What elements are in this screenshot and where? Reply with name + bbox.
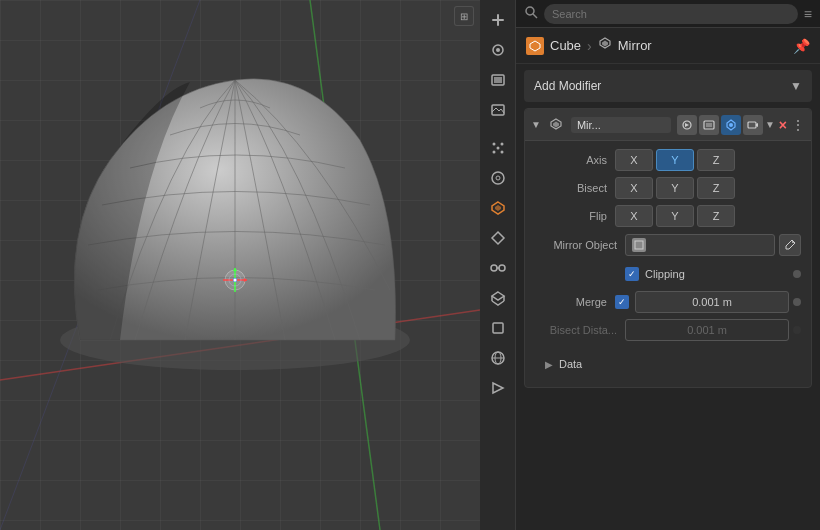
clipping-checkbox[interactable]: ✓ (625, 267, 639, 281)
axis-z-btn[interactable]: Z (697, 149, 735, 171)
properties-panel: ≡ Cube › Mirror 📌 Add Modifier ▼ ▼ (516, 0, 820, 530)
sidebar-icon-image[interactable] (484, 96, 512, 124)
pin-icon[interactable]: 📌 (793, 38, 810, 54)
mirror-object-cube-icon (632, 238, 646, 252)
svg-rect-13 (497, 14, 499, 26)
data-section-header[interactable]: ▶ Data (545, 353, 791, 375)
clipping-label: Clipping (645, 268, 685, 280)
svg-point-19 (492, 143, 495, 146)
data-section: ▶ Data (535, 349, 801, 379)
data-chevron-icon: ▶ (545, 359, 553, 370)
svg-rect-41 (748, 122, 756, 128)
modifier-close-btn[interactable]: × (779, 117, 787, 133)
svg-point-40 (729, 123, 733, 127)
flip-y-btn[interactable]: Y (656, 205, 694, 227)
sidebar-icon-scene[interactable] (484, 36, 512, 64)
flip-row: Flip X Y Z (535, 205, 801, 227)
clipping-checkbox-wrap: ✓ Clipping (625, 267, 793, 281)
merge-checkbox[interactable]: ✓ (615, 295, 629, 309)
breadcrumb: Cube › Mirror 📌 (516, 28, 820, 64)
modifier-type-icon (598, 37, 612, 54)
bisect-distance-label: Bisect Dista... (535, 324, 625, 336)
clipping-dot-indicator (793, 270, 801, 278)
sidebar-icon-vdata[interactable] (484, 224, 512, 252)
modifier-options-btn[interactable]: ⋮ (791, 117, 805, 133)
bisect-distance-row: Bisect Dista... 0.001 m (535, 319, 801, 341)
clipping-row: ✓ Clipping (535, 263, 801, 285)
modifier-dropdown-arrow[interactable]: ▼ (765, 119, 775, 130)
sidebar-icon-modifier[interactable] (484, 194, 512, 222)
properties-topbar: ≡ (516, 0, 820, 28)
bisect-distance-dot (793, 326, 801, 334)
modifier-name-field[interactable]: Mir... (571, 117, 671, 133)
svg-rect-31 (493, 323, 503, 333)
merge-label: Merge (535, 296, 615, 308)
modifier-content: Axis X Y Z Bisect X Y Z Flip (525, 141, 811, 387)
sidebar-icon-particles[interactable] (484, 134, 512, 162)
properties-sidebar (480, 0, 516, 530)
dome-mesh (30, 50, 450, 450)
data-section-label: Data (559, 358, 582, 370)
svg-point-23 (496, 147, 499, 150)
svg-point-25 (496, 176, 500, 180)
bisect-label: Bisect (535, 182, 615, 194)
merge-row: Merge ✓ 0.001 m (535, 291, 801, 313)
svg-point-27 (499, 265, 505, 271)
modifier-mirror-block: ▼ Mir... (524, 108, 812, 388)
modifier-expand-icon[interactable]: ▼ (531, 119, 541, 130)
modifier-editmode-btn[interactable] (721, 115, 741, 135)
sidebar-icon-physics[interactable] (484, 164, 512, 192)
flip-x-btn[interactable]: X (615, 205, 653, 227)
svg-point-22 (500, 151, 503, 154)
svg-rect-39 (706, 123, 712, 127)
svg-point-24 (492, 172, 504, 184)
modifier-camera-btn[interactable] (743, 115, 763, 135)
svg-point-11 (234, 279, 237, 282)
svg-point-26 (491, 265, 497, 271)
axis-x-btn[interactable]: X (615, 149, 653, 171)
modifier-toolbar: ▼ × ⋮ (677, 115, 805, 135)
modifier-type-icon-small (547, 116, 565, 134)
merge-value-field[interactable]: 0.001 m (635, 291, 789, 313)
svg-point-35 (526, 7, 534, 15)
modifier-realtime-btn[interactable] (677, 115, 697, 135)
bisect-x-btn[interactable]: X (615, 177, 653, 199)
eyedropper-btn[interactable] (779, 234, 801, 256)
sidebar-icon-object[interactable] (484, 314, 512, 342)
sidebar-icon-render[interactable] (484, 66, 512, 94)
svg-rect-42 (635, 241, 643, 249)
search-icon (524, 5, 538, 22)
object-type-icon (526, 37, 544, 55)
3d-viewport[interactable]: ⊞ (0, 0, 480, 530)
flip-buttons: X Y Z (615, 205, 735, 227)
bisect-z-btn[interactable]: Z (697, 177, 735, 199)
panel-menu-icon[interactable]: ≡ (804, 6, 812, 22)
viewport-grid-icon[interactable]: ⊞ (454, 6, 474, 26)
bisect-buttons: X Y Z (615, 177, 735, 199)
modifier-header: ▼ Mir... (525, 109, 811, 141)
axis-label: Axis (535, 154, 615, 166)
flip-z-btn[interactable]: Z (697, 205, 735, 227)
svg-point-21 (492, 151, 495, 154)
axis-row: Axis X Y Z (535, 149, 801, 171)
search-input[interactable] (544, 4, 798, 24)
svg-line-36 (533, 14, 537, 18)
axis-y-btn[interactable]: Y (656, 149, 694, 171)
sidebar-icon-objectdata[interactable] (484, 284, 512, 312)
sidebar-icon-constraints[interactable] (484, 254, 512, 282)
svg-rect-17 (494, 77, 502, 83)
add-modifier-button[interactable]: Add Modifier ▼ (524, 70, 812, 102)
mirror-object-field[interactable] (625, 234, 775, 256)
bisect-y-btn[interactable]: Y (656, 177, 694, 199)
sidebar-icon-tool[interactable] (484, 6, 512, 34)
modifier-name: Mirror (618, 38, 652, 53)
svg-point-20 (500, 143, 503, 146)
add-modifier-label: Add Modifier (534, 79, 601, 93)
bisect-row: Bisect X Y Z (535, 177, 801, 199)
object-name: Cube (550, 38, 581, 53)
svg-point-43 (792, 241, 794, 243)
mirror-object-row: Mirror Object (535, 233, 801, 257)
modifier-render-btn[interactable] (699, 115, 719, 135)
sidebar-icon-world[interactable] (484, 344, 512, 372)
sidebar-icon-scene2[interactable] (484, 374, 512, 402)
